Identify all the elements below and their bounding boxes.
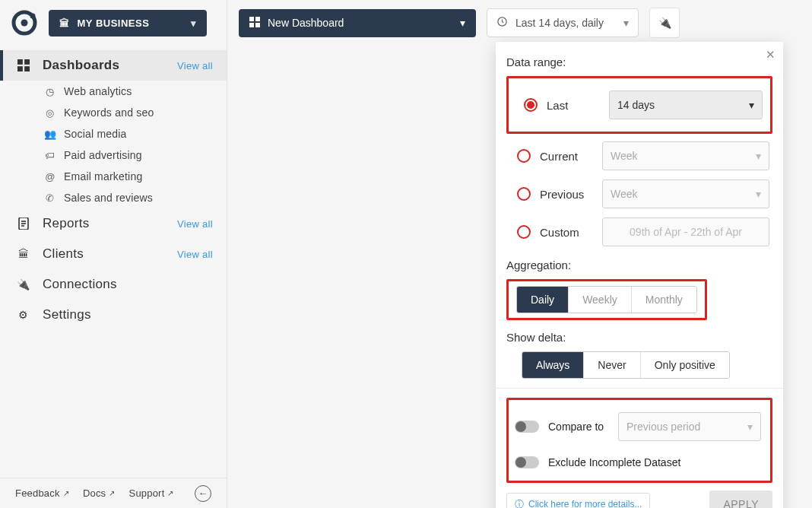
sidebar: Dashboards View all ◷Web analytics ◎Keyw… bbox=[0, 46, 227, 478]
date-range-selector[interactable]: Last 14 days, daily ▾ bbox=[487, 8, 639, 37]
agg-monthly[interactable]: Monthly bbox=[632, 287, 696, 313]
current-dropdown[interactable]: Week ▾ bbox=[602, 141, 769, 170]
sidebar-item-reports[interactable]: Reports View all bbox=[0, 208, 227, 239]
gauge-icon: ◷ bbox=[44, 86, 56, 97]
compare-label: Compare to bbox=[548, 421, 609, 433]
target-icon: ◎ bbox=[44, 107, 56, 119]
radio-icon[interactable] bbox=[517, 225, 531, 239]
data-range-title: Data range: bbox=[506, 56, 772, 68]
svg-rect-5 bbox=[249, 23, 254, 27]
sidebar-item-clients[interactable]: 🏛 Clients View all bbox=[0, 239, 227, 269]
radio-selected-icon[interactable] bbox=[524, 98, 538, 112]
svg-point-2 bbox=[30, 14, 36, 19]
agg-daily[interactable]: Daily bbox=[517, 287, 569, 313]
sidebar-item-connections[interactable]: 🔌 Connections bbox=[0, 269, 227, 300]
dashboard-icon bbox=[249, 17, 260, 30]
range-custom-row[interactable]: Custom 09th of Apr - 22th of Apr bbox=[506, 213, 772, 251]
plug-icon: 🔌 bbox=[17, 278, 30, 291]
view-all-link[interactable]: View all bbox=[177, 60, 213, 71]
chevron-down-icon: ▾ bbox=[747, 421, 753, 433]
aggregation-group: Daily Weekly Monthly bbox=[516, 286, 697, 313]
info-icon: ⓘ bbox=[515, 498, 524, 509]
range-last-label: Last bbox=[547, 99, 600, 112]
custom-date-input[interactable]: 09th of Apr - 22th of Apr bbox=[602, 217, 769, 246]
collapse-sidebar-button[interactable]: ← bbox=[195, 485, 211, 502]
arrow-left-icon: ← bbox=[198, 487, 208, 499]
exclude-toggle[interactable] bbox=[515, 456, 539, 468]
chevron-down-icon: ▾ bbox=[756, 188, 761, 200]
exclude-label: Exclude Incomplete Dataset bbox=[548, 456, 680, 468]
sidebar-item-label: Settings bbox=[43, 307, 213, 322]
sidebar-sub-keywords[interactable]: ◎Keywords and seo bbox=[0, 102, 227, 123]
range-current-row[interactable]: Current Week ▾ bbox=[506, 137, 772, 175]
sidebar-item-label: Connections bbox=[43, 277, 213, 292]
sidebar-sub-email[interactable]: @Email marketing bbox=[0, 166, 227, 187]
reports-icon bbox=[17, 217, 30, 230]
view-all-link[interactable]: View all bbox=[177, 218, 213, 230]
previous-dropdown[interactable]: Week ▾ bbox=[602, 179, 769, 208]
svg-point-1 bbox=[21, 20, 28, 27]
last-dropdown[interactable]: 14 days ▾ bbox=[609, 90, 763, 119]
highlight-compare: Compare to Previous period ▾ Exclude Inc… bbox=[506, 398, 772, 483]
view-all-link[interactable]: View all bbox=[177, 249, 213, 260]
info-link[interactable]: ⓘ Click here for more details... bbox=[506, 493, 650, 509]
chevron-down-icon: ▾ bbox=[749, 99, 754, 111]
radio-icon[interactable] bbox=[517, 187, 531, 201]
dashboard-label: New Dashboard bbox=[268, 17, 344, 29]
people-icon: 👥 bbox=[44, 129, 56, 140]
svg-rect-8 bbox=[17, 59, 23, 65]
phone-icon: ✆ bbox=[44, 192, 56, 204]
svg-rect-9 bbox=[24, 59, 30, 65]
compare-dropdown[interactable]: Previous period ▾ bbox=[618, 412, 761, 441]
gear-icon: ⚙ bbox=[17, 308, 30, 322]
delta-group: Always Never Only positive bbox=[522, 351, 730, 379]
chevron-down-icon: ▾ bbox=[623, 17, 629, 29]
footer-support[interactable]: Support bbox=[129, 487, 174, 499]
exclude-row: Exclude Incomplete Dataset bbox=[513, 449, 766, 476]
aggregation-title: Aggregation: bbox=[506, 259, 772, 271]
delta-positive[interactable]: Only positive bbox=[641, 352, 729, 378]
sidebar-item-dashboards[interactable]: Dashboards View all bbox=[0, 50, 227, 81]
range-custom-label: Custom bbox=[540, 226, 593, 239]
app-logo[interactable] bbox=[11, 9, 38, 37]
sidebar-item-label: Clients bbox=[43, 246, 165, 262]
svg-rect-11 bbox=[24, 66, 30, 71]
sidebar-item-label: Reports bbox=[43, 216, 165, 231]
footer: Feedback Docs Support ← bbox=[0, 478, 227, 508]
delta-always[interactable]: Always bbox=[522, 352, 584, 378]
svg-rect-10 bbox=[17, 66, 23, 71]
business-selector[interactable]: 🏛 MY BUSINESS ▾ bbox=[49, 10, 207, 37]
chevron-down-icon: ▾ bbox=[756, 150, 761, 162]
svg-rect-3 bbox=[249, 17, 254, 21]
plug-icon: 🔌 bbox=[658, 17, 671, 29]
compare-to-row: Compare to Previous period ▾ bbox=[513, 405, 766, 449]
dashboard-selector[interactable]: New Dashboard ▾ bbox=[239, 9, 476, 37]
sidebar-sub-social[interactable]: 👥Social media bbox=[0, 123, 227, 144]
highlight-aggregation: Daily Weekly Monthly bbox=[506, 279, 707, 320]
chevron-down-icon: ▾ bbox=[191, 17, 197, 29]
date-range-panel: ✕ Data range: Last 14 days ▾ Current Wee… bbox=[496, 42, 783, 508]
range-previous-row[interactable]: Previous Week ▾ bbox=[506, 175, 772, 213]
delta-never[interactable]: Never bbox=[584, 352, 640, 378]
date-range-label: Last 14 days, daily bbox=[515, 17, 604, 29]
close-icon[interactable]: ✕ bbox=[766, 48, 776, 62]
sidebar-item-label: Dashboards bbox=[43, 58, 165, 73]
footer-feedback[interactable]: Feedback bbox=[15, 487, 69, 499]
sidebar-sub-paid[interactable]: 🏷Paid advertising bbox=[0, 144, 227, 166]
delta-title: Show delta: bbox=[506, 331, 772, 344]
footer-docs[interactable]: Docs bbox=[83, 487, 116, 499]
range-current-label: Current bbox=[540, 150, 593, 163]
compare-toggle[interactable] bbox=[515, 421, 539, 433]
sidebar-item-settings[interactable]: ⚙ Settings bbox=[0, 300, 227, 330]
radio-icon[interactable] bbox=[517, 149, 531, 163]
sidebar-sub-web[interactable]: ◷Web analytics bbox=[0, 81, 227, 102]
agg-weekly[interactable]: Weekly bbox=[569, 287, 632, 313]
chevron-down-icon: ▾ bbox=[460, 17, 465, 29]
tag-icon: 🏷 bbox=[44, 150, 56, 161]
apply-button[interactable]: APPLY bbox=[709, 491, 772, 508]
institution-icon: 🏛 bbox=[17, 247, 30, 261]
range-last-row[interactable]: Last 14 days ▾ bbox=[513, 83, 766, 127]
institution-icon: 🏛 bbox=[59, 17, 70, 29]
sidebar-sub-sales[interactable]: ✆Sales and reviews bbox=[0, 187, 227, 208]
plugin-button[interactable]: 🔌 bbox=[649, 8, 680, 38]
